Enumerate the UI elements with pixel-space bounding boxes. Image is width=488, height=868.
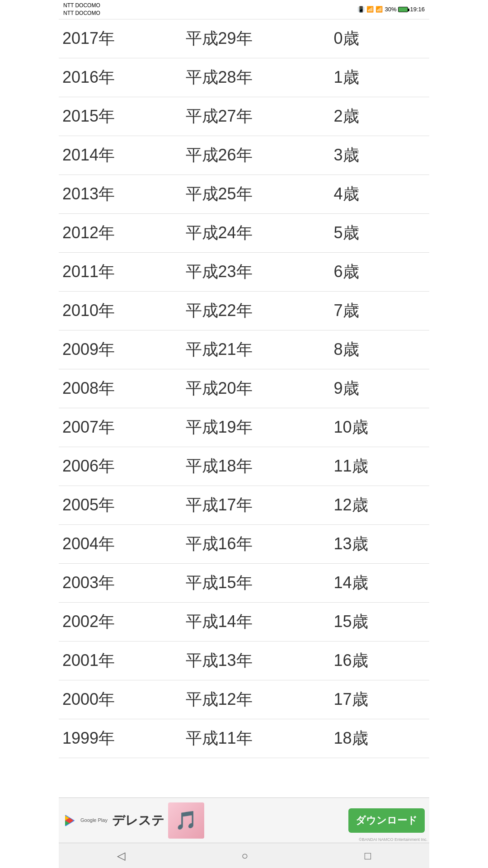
age-value: 15歳	[329, 602, 429, 641]
battery-percent: 30%	[385, 6, 396, 13]
table-row[interactable]: 2001年平成13年16歳	[59, 641, 429, 680]
carrier-1: NTT DOCOMO	[63, 2, 100, 9]
japanese-era: 平成15年	[181, 563, 329, 602]
clock: 19:16	[410, 6, 425, 13]
age-value: 5歳	[329, 213, 429, 252]
age-value: 1歳	[329, 58, 429, 97]
western-year: 2011年	[59, 252, 181, 291]
japanese-era: 平成27年	[181, 97, 329, 136]
japanese-era: 平成29年	[181, 19, 329, 58]
age-value: 17歳	[329, 680, 429, 719]
table-row[interactable]: 2013年平成25年4歳	[59, 175, 429, 213]
ad-download-button[interactable]: ダウンロード	[348, 808, 425, 830]
western-year: 2008年	[59, 369, 181, 408]
wifi-icon: 📶	[366, 6, 374, 13]
table-row[interactable]: 2015年平成27年2歳	[59, 97, 429, 136]
age-value: 8歳	[329, 330, 429, 369]
western-year: 2000年	[59, 680, 181, 719]
table-row[interactable]: 2014年平成26年3歳	[59, 136, 429, 175]
western-year: 2015年	[59, 97, 181, 136]
japanese-era: 平成16年	[181, 524, 329, 563]
japanese-era: 平成12年	[181, 680, 329, 719]
japanese-era: 平成22年	[181, 291, 329, 330]
table-row[interactable]: 2005年平成17年12歳	[59, 486, 429, 524]
table-row[interactable]: 2012年平成24年5歳	[59, 213, 429, 252]
age-value: 7歳	[329, 291, 429, 330]
status-indicators: 📳 📶 📶 30% 19:16	[357, 6, 425, 13]
table-row[interactable]: 2007年平成19年10歳	[59, 408, 429, 447]
japanese-era: 平成17年	[181, 486, 329, 524]
vibrate-icon: 📳	[357, 6, 365, 13]
ad-app-name: デレステ	[112, 812, 164, 829]
ad-character-image: 🎵	[168, 802, 204, 830]
table-row[interactable]: 2011年平成23年6歳	[59, 252, 429, 291]
table-row[interactable]: 2009年平成21年8歳	[59, 330, 429, 369]
table-row[interactable]: 2008年平成20年9歳	[59, 369, 429, 408]
age-value: 16歳	[329, 641, 429, 680]
western-year: 2017年	[59, 19, 181, 58]
table-row[interactable]: 2010年平成22年7歳	[59, 291, 429, 330]
table-row[interactable]: 2002年平成14年15歳	[59, 602, 429, 641]
western-year: 2009年	[59, 330, 181, 369]
western-year: 2001年	[59, 641, 181, 680]
age-value: 2歳	[329, 97, 429, 136]
table-row[interactable]: 2016年平成28年1歳	[59, 58, 429, 97]
table-row[interactable]: 2006年平成18年11歳	[59, 447, 429, 486]
year-age-table: 2017年平成29年0歳2016年平成28年1歳2015年平成27年2歳2014…	[59, 19, 429, 758]
age-value: 6歳	[329, 252, 429, 291]
western-year: 2004年	[59, 524, 181, 563]
japanese-era: 平成19年	[181, 408, 329, 447]
age-value: 10歳	[329, 408, 429, 447]
table-row[interactable]: 2004年平成16年13歳	[59, 524, 429, 563]
carrier-2: NTT DOCOMO	[63, 9, 100, 17]
age-value: 4歳	[329, 175, 429, 213]
age-value: 0歳	[329, 19, 429, 58]
western-year: 2005年	[59, 486, 181, 524]
japanese-era: 平成18年	[181, 447, 329, 486]
japanese-era: 平成25年	[181, 175, 329, 213]
google-play-icon	[63, 813, 78, 828]
western-year: 1999年	[59, 719, 181, 758]
western-year: 2013年	[59, 175, 181, 213]
western-year: 2002年	[59, 602, 181, 641]
carrier-info: NTT DOCOMO NTT DOCOMO	[63, 2, 100, 17]
western-year: 2003年	[59, 563, 181, 602]
table-row[interactable]: 2003年平成15年14歳	[59, 563, 429, 602]
status-bar: NTT DOCOMO NTT DOCOMO 📳 📶 📶 30% 19:16	[59, 0, 429, 19]
age-value: 9歳	[329, 369, 429, 408]
table-row[interactable]: 1999年平成11年18歳	[59, 719, 429, 758]
japanese-era: 平成13年	[181, 641, 329, 680]
western-year: 2006年	[59, 447, 181, 486]
western-year: 2016年	[59, 58, 181, 97]
google-play-branding: Google Play	[63, 813, 108, 828]
japanese-era: 平成14年	[181, 602, 329, 641]
ad-banner[interactable]: Google Play デレステ 🎵 ダウンロード ©BANDAI NAMCO …	[59, 797, 429, 830]
western-year: 2010年	[59, 291, 181, 330]
table-row[interactable]: 2000年平成12年17歳	[59, 680, 429, 719]
western-year: 2014年	[59, 136, 181, 175]
western-year: 2012年	[59, 213, 181, 252]
google-play-label: Google Play	[80, 817, 108, 823]
age-value: 14歳	[329, 563, 429, 602]
japanese-era: 平成28年	[181, 58, 329, 97]
ad-content-area: デレステ 🎵	[112, 802, 348, 830]
japanese-era: 平成23年	[181, 252, 329, 291]
main-content: 2017年平成29年0歳2016年平成28年1歳2015年平成27年2歳2014…	[59, 19, 429, 830]
age-value: 12歳	[329, 486, 429, 524]
japanese-era: 平成21年	[181, 330, 329, 369]
japanese-era: 平成24年	[181, 213, 329, 252]
battery-icon	[398, 7, 408, 12]
japanese-era: 平成11年	[181, 719, 329, 758]
age-value: 18歳	[329, 719, 429, 758]
japanese-era: 平成26年	[181, 136, 329, 175]
western-year: 2007年	[59, 408, 181, 447]
age-value: 13歳	[329, 524, 429, 563]
age-value: 3歳	[329, 136, 429, 175]
table-row[interactable]: 2017年平成29年0歳	[59, 19, 429, 58]
signal-icon: 📶	[375, 6, 383, 13]
japanese-era: 平成20年	[181, 369, 329, 408]
age-value: 11歳	[329, 447, 429, 486]
